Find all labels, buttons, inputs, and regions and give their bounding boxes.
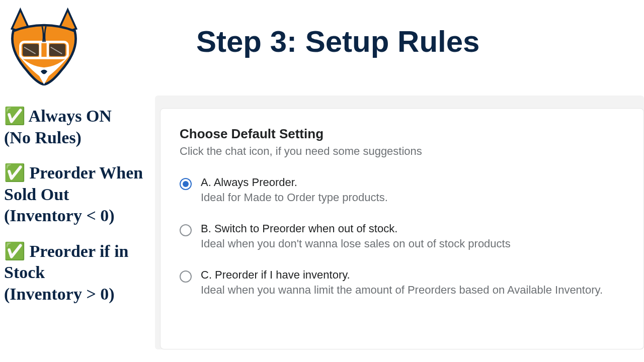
option-label: A. Always Preorder.	[201, 176, 388, 189]
option-label: B. Switch to Preorder when out of stock.	[201, 222, 511, 235]
summary-line2: (Inventory < 0)	[4, 205, 155, 227]
fox-logo	[5, 5, 83, 85]
svg-rect-3	[23, 44, 39, 56]
summary-line2: (Inventory > 0)	[4, 284, 155, 305]
page-title: Step 3: Setup Rules	[196, 24, 479, 59]
panel-subtext: Click the chat icon, if you need some su…	[180, 145, 624, 158]
option-hint: Ideal when you wanna limit the amount of…	[201, 284, 603, 297]
option-if-inventory[interactable]: C. Preorder if I have inventory. Ideal w…	[180, 268, 624, 297]
radio-icon[interactable]	[180, 270, 192, 283]
option-switch-out-of-stock[interactable]: B. Switch to Preorder when out of stock.…	[180, 222, 624, 250]
settings-panel: Choose Default Setting Click the chat ic…	[160, 108, 644, 349]
summary-line1: ✅ Preorder if in Stock	[4, 242, 129, 282]
summary-line1: ✅ Always ON	[4, 107, 112, 125]
summary-item: ✅ Preorder When Sold Out (Inventory < 0)	[4, 162, 155, 227]
option-text: B. Switch to Preorder when out of stock.…	[201, 222, 511, 250]
summary-line2: (No Rules)	[4, 127, 155, 149]
summary-list: ✅ Always ON (No Rules) ✅ Preorder When S…	[4, 106, 155, 319]
radio-icon[interactable]	[180, 224, 192, 236]
option-always-preorder[interactable]: A. Always Preorder. Ideal for Made to Or…	[180, 176, 624, 204]
radio-icon[interactable]	[180, 178, 192, 190]
option-label: C. Preorder if I have inventory.	[201, 268, 603, 282]
summary-item: ✅ Preorder if in Stock (Inventory > 0)	[4, 241, 155, 305]
option-text: A. Always Preorder. Ideal for Made to Or…	[201, 176, 388, 204]
summary-line1: ✅ Preorder When Sold Out	[4, 163, 143, 204]
settings-panel-outer: Choose Default Setting Click the chat ic…	[155, 96, 644, 349]
option-hint: Ideal for Made to Order type products.	[201, 191, 388, 204]
option-hint: Ideal when you don't wanna lose sales on…	[201, 237, 511, 250]
svg-rect-4	[49, 44, 65, 56]
summary-item: ✅ Always ON (No Rules)	[4, 106, 155, 148]
option-text: C. Preorder if I have inventory. Ideal w…	[201, 268, 603, 297]
panel-heading: Choose Default Setting	[180, 126, 624, 142]
